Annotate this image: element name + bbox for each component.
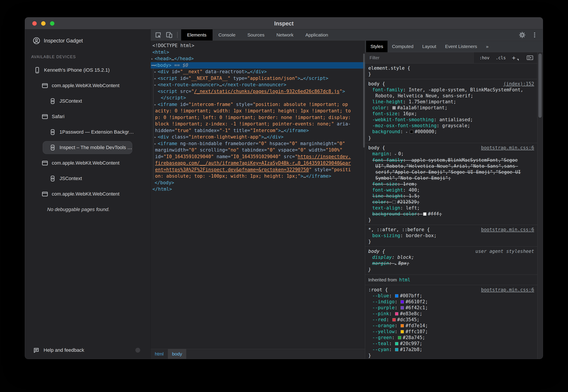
dom-tree-line[interactable]: </html> [151,186,365,193]
dom-tree-line[interactable]: <script src="/_next/static/chunks/pages/… [151,88,365,95]
rule-selector[interactable]: body { [368,145,385,151]
sidebar-item[interactable]: JSContext [25,93,150,109]
color-swatch[interactable] [401,324,404,327]
rule-selector[interactable]: element.style { [368,65,410,71]
inherited-element-link[interactable]: html [399,277,411,282]
color-swatch[interactable] [401,306,404,309]
filter-input[interactable]: Filter [365,52,474,63]
css-declaration[interactable]: font-family: -apple-system,BlinkMacSyste… [365,157,537,181]
styles-scrollbar-thumb[interactable] [538,54,542,118]
dom-tree-line[interactable]: ent=https%3A%2F%2Finspect.dev&pfname=&rp… [151,167,365,173]
color-swatch[interactable] [392,200,396,204]
dom-tree-line[interactable]: acity: 0 !important; width: 1px !importa… [151,108,365,114]
dom-tree-line[interactable]: </script> [151,95,365,101]
more-tabs-icon[interactable]: » [482,41,493,52]
expand-arrow-icon[interactable]: ▸ [154,69,156,75]
css-declaration[interactable]: -webkit-font-smoothing: antialiased; [365,117,537,123]
css-declaration[interactable]: background-color: #fff; [365,211,537,217]
new-style-rule-button[interactable]: + [512,54,516,61]
help-and-feedback[interactable]: Help and feedback [25,343,150,357]
css-declaration[interactable]: --red: #dc3545; [365,317,537,323]
css-declaration[interactable]: -moz-osx-font-smoothing: grayscale; [365,123,537,129]
rule-source-link[interactable]: bootstrap.min.css:6 [481,145,534,151]
css-declaration[interactable]: --purple: #6f42c1; [365,305,537,311]
rule-selector[interactable]: *, ::after, ::before { [368,227,430,233]
breadcrumb-item[interactable]: html [151,349,168,359]
css-declaration[interactable]: font-size: 16px; [365,111,537,117]
css-declaration[interactable]: font-size: 1rem; [365,181,537,187]
tab-network[interactable]: Network [271,29,300,41]
css-declaration[interactable]: text-align: left; [365,205,537,211]
dom-tree-line[interactable]: marginwidth="0" scrolling="no" tabindex=… [151,147,365,154]
styles-tab-event-listeners[interactable]: Event Listeners [441,41,482,52]
rule-source-link[interactable]: bootstrap.min.css:6 [481,287,534,293]
expand-arrow-icon[interactable]: ▸ [154,82,156,88]
color-swatch[interactable] [401,300,404,304]
css-declaration[interactable]: background: ▸#000000; [365,129,537,135]
expand-value-icon[interactable]: ▸ [406,130,408,134]
dom-tree-line[interactable]: id="I0_1643591029040" name="I0_164359102… [151,154,365,160]
dom-tree-line[interactable]: <html> [151,49,365,56]
rule-selector[interactable]: body { [368,81,385,87]
dom-tree-line[interactable]: <!DOCTYPE html> [151,42,365,49]
rule-source-link[interactable]: (index):152 [503,81,534,87]
dom-scrollbar[interactable] [363,54,365,148]
dom-tree-line[interactable]: ▸<script id="__NEXT_DATA__" type="applic… [151,75,365,82]
toggle-class-button[interactable]: .cls [496,55,506,60]
breadcrumb-item[interactable]: body [168,349,186,359]
css-declaration[interactable]: box-sizing: border-box; [365,233,537,239]
tab-application[interactable]: Application [300,29,334,41]
gear-icon[interactable] [519,32,526,38]
color-swatch[interactable] [392,318,396,322]
device-toolbar-icon[interactable] [166,31,173,39]
sidebar-item[interactable]: com.apple.WebKit.WebContent [25,78,150,93]
dom-tree-line[interactable]: ▸<next-route-announcer>…</next-route-ann… [151,82,365,88]
sidebar-item[interactable]: Inspect – The mobile DevTools … [25,140,150,155]
tab-sources[interactable]: Sources [242,29,271,41]
rule-selector[interactable]: :root { [368,287,388,293]
toggle-sidebar-icon[interactable] [527,55,533,60]
sidebar-item[interactable]: com.apple.WebKit.WebContent [25,186,150,202]
styles-tab-computed[interactable]: Computed [388,41,418,52]
css-declaration[interactable]: --orange: #fd7e14; [365,323,537,329]
expand-arrow-icon[interactable]: ▸ [154,140,156,147]
css-declaration[interactable]: color: #212529; [365,199,537,205]
inspect-element-icon[interactable] [155,31,162,39]
dom-tree-line[interactable]: p: 0 !important; left: 0 !important; bor… [151,114,365,121]
sidebar-item[interactable]: Kenneth's iPhone (iOS 15.2.1) [25,62,150,78]
dom-tree-line[interactable]: ▸<iframe ng-non-bindable frameborder="0"… [151,140,365,147]
css-declaration[interactable]: --blue: #007bff; [365,293,537,299]
color-swatch[interactable] [410,130,413,133]
dom-tree-line[interactable]: block !important; z-index: -1 !important… [151,121,365,127]
css-declaration[interactable]: margin: ▸8px; [365,260,537,267]
styles-tab-layout[interactable]: Layout [418,41,441,52]
sidebar-item[interactable]: 1Password — Extension Backgr… [25,124,150,140]
dom-tree-line[interactable]: ▸<iframe id="intercom-frame" style="posi… [151,101,365,108]
sidebar-item[interactable]: Safari [25,109,150,124]
tab-console[interactable]: Console [213,29,242,41]
expand-arrow-icon[interactable]: ▸ [151,56,153,62]
css-declaration[interactable]: color: #a1a1a6!important; [365,105,537,111]
dom-tree-line[interactable]: </body> [151,180,365,186]
expand-value-icon[interactable]: ▸ [395,152,397,156]
color-swatch[interactable] [395,294,398,297]
rule-source-link[interactable]: bootstrap.min.css:6 [481,227,534,233]
tab-elements[interactable]: Elements [181,29,213,41]
dom-tree-line[interactable]: on: absolute; top: -100px; width: 1px; h… [151,173,365,180]
kebab-menu-icon[interactable] [531,32,538,38]
css-declaration[interactable]: --yellow: #ffc107; [365,329,537,335]
color-swatch[interactable] [395,348,398,351]
dom-tree-line[interactable]: ⋯▾<body> == $0 [151,62,365,69]
css-declaration[interactable]: font-weight: 400; [365,187,537,193]
color-swatch[interactable] [398,336,401,339]
expand-arrow-icon[interactable]: ▸ [154,134,156,140]
collapse-arrow-icon[interactable]: ▾ [153,62,156,69]
css-declaration[interactable]: font-family: Inter, -apple-system, Blink… [365,87,537,99]
css-declaration[interactable]: display: block; [365,254,537,260]
css-declaration[interactable]: --green: #28a745; [365,335,537,341]
css-declaration[interactable]: line-height: 1.75em!important; [365,99,537,105]
css-declaration[interactable]: --cyan: #17a2b8; [365,347,537,353]
dom-tree-line[interactable]: ▸<div id="__next" data-reactroot>…</div> [151,69,365,75]
css-declaration[interactable]: --pink: #e83e8c; [365,311,537,317]
color-swatch[interactable] [395,342,398,345]
